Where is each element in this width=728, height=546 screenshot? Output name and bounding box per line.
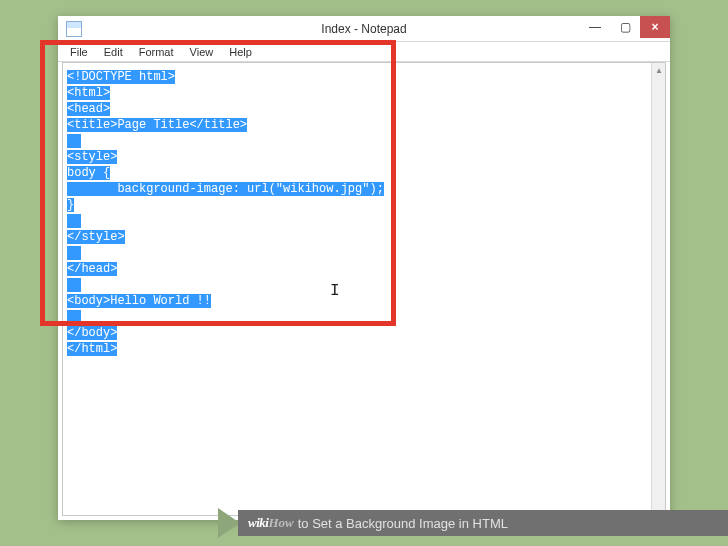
menubar: File Edit Format View Help [58, 42, 670, 62]
titlebar[interactable]: Index - Notepad — ▢ × [58, 16, 670, 42]
notepad-window: Index - Notepad — ▢ × File Edit Format V… [58, 16, 670, 520]
maximize-button[interactable]: ▢ [610, 16, 640, 38]
menu-help[interactable]: Help [221, 46, 260, 58]
menu-file[interactable]: File [62, 46, 96, 58]
scroll-up-icon[interactable]: ▲ [652, 63, 666, 77]
editor-content[interactable]: <!DOCTYPE html> <html> <head> <title>Pag… [63, 63, 665, 361]
menu-format[interactable]: Format [131, 46, 182, 58]
text-cursor-icon: I [330, 282, 340, 300]
window-controls: — ▢ × [580, 16, 670, 38]
menu-view[interactable]: View [182, 46, 222, 58]
close-button[interactable]: × [640, 16, 670, 38]
window-title: Index - Notepad [58, 22, 670, 36]
minimize-button[interactable]: — [580, 16, 610, 38]
menu-edit[interactable]: Edit [96, 46, 131, 58]
editor-area[interactable]: <!DOCTYPE html> <html> <head> <title>Pag… [62, 62, 666, 516]
vertical-scrollbar[interactable]: ▲ [651, 63, 665, 515]
